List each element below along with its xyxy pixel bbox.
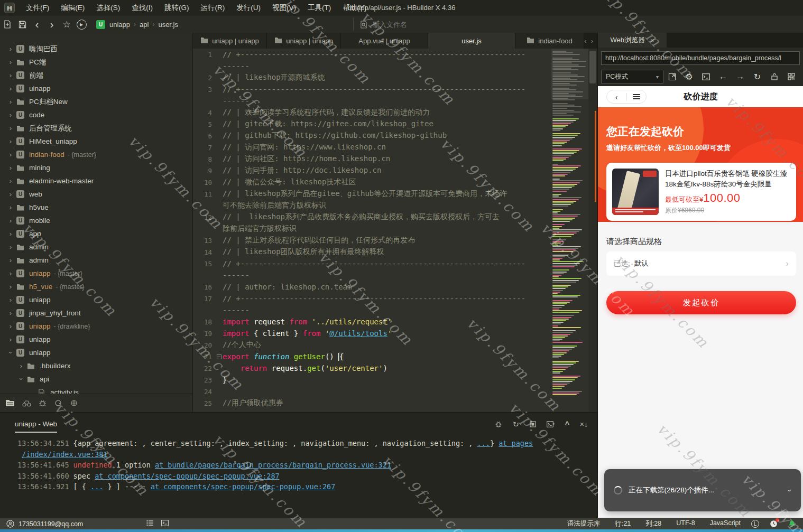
console-clear-icon[interactable]: ×↓ — [580, 420, 588, 428]
account-area[interactable]: 1735031199@qq.com — [6, 520, 83, 528]
new-file-button[interactable] — [0, 17, 15, 31]
tree-item[interactable]: ›Uuniapp — [0, 333, 192, 346]
close-icon[interactable]: × — [650, 36, 654, 44]
menu-item-工具(T)[interactable]: 工具(T) — [302, 0, 337, 16]
log-link[interactable]: /index/index.vue:381 — [22, 450, 108, 459]
editor-tab-uniapp-uniapp[interactable]: uniapp | uniapp — [193, 33, 267, 49]
menu-item-发行(U)[interactable]: 发行(U) — [230, 0, 266, 16]
console-terminal-icon[interactable] — [547, 421, 555, 428]
project-view-icon[interactable] — [5, 399, 15, 407]
debug-bug-icon[interactable] — [39, 399, 47, 407]
back-chevron-icon[interactable]: ‹ — [607, 92, 626, 101]
console-stop-icon[interactable] — [530, 421, 536, 427]
console-restart-icon[interactable]: ↻ — [513, 420, 519, 428]
tree-item[interactable]: ›Umobile — [0, 214, 192, 227]
likeshop-l-icon[interactable]: L — [751, 520, 759, 528]
browser-tab[interactable]: Web浏览器 × — [598, 33, 667, 48]
tree-item[interactable]: activity.js — [0, 386, 192, 394]
open-external-icon[interactable] — [663, 73, 680, 81]
tree-item[interactable]: ›Uapp — [0, 227, 192, 240]
tree-item[interactable]: ›PC端 — [0, 55, 192, 69]
tree-item[interactable]: ›U前端 — [0, 69, 192, 82]
tree-item[interactable]: ›Uuniapp- {drawkline} — [0, 320, 192, 333]
menu-item-运行(R)[interactable]: 运行(R) — [195, 0, 231, 16]
tree-item[interactable]: ›eladmin-web-master — [0, 174, 192, 188]
history-clock-icon[interactable] — [770, 520, 778, 528]
editor-tab-uniapp-uniapp[interactable]: uniapp | uniapp — [267, 33, 341, 49]
editor-tab-App.vue-uniapp[interactable]: App.vue | uniapp — [341, 33, 428, 49]
tree-item[interactable]: ›Uuniapp — [0, 346, 192, 359]
console-collapse-icon[interactable]: ^ — [565, 420, 569, 428]
device-mode-select[interactable]: PC模式 ▾ — [601, 70, 663, 83]
log-link[interactable]: at components/spec-popup/spec-popup.vue:… — [151, 482, 336, 491]
log-link[interactable]: at pages — [499, 439, 533, 447]
tree-item[interactable]: ›admin — [0, 240, 192, 254]
tree-item[interactable]: ›Uweb — [0, 188, 192, 201]
menu-item-帮助(Y)[interactable]: 帮助(Y) — [337, 0, 372, 16]
nav-forward-button[interactable]: › — [44, 17, 59, 31]
tree-item[interactable]: ›admin — [0, 254, 192, 267]
favorite-star-button[interactable]: ☆ — [59, 17, 74, 31]
tree-item[interactable]: ›h5vue — [0, 201, 192, 214]
log-link[interactable]: ... — [90, 482, 103, 491]
tree-item[interactable]: ›.hbuilderx — [0, 359, 192, 372]
log-link[interactable]: at components/spec-popup/spec-popup.vue:… — [95, 472, 280, 480]
breadcrumb-folder[interactable]: api — [140, 21, 149, 29]
tree-item[interactable]: ›PC归档New — [0, 95, 192, 108]
save-button[interactable] — [15, 17, 30, 31]
menu-item-文件(F)[interactable]: 文件(F) — [20, 0, 55, 16]
cloud-globe-icon[interactable] — [70, 399, 78, 407]
minimap[interactable] — [551, 49, 588, 412]
menu-item-查找(I)[interactable]: 查找(I) — [126, 0, 159, 16]
menu-item-编辑(E)[interactable]: 编辑(E) — [55, 0, 90, 16]
menu-item-跳转(G)[interactable]: 跳转(G) — [159, 0, 195, 16]
console-debug-icon[interactable] — [495, 421, 502, 428]
scrollbar-thumb[interactable] — [589, 51, 596, 83]
tree-item[interactable]: ›h5_vue- {master} — [0, 280, 192, 293]
tree-item[interactable]: ›api — [0, 372, 192, 386]
tree-item[interactable]: ›UHiMeet_uniapp — [0, 135, 192, 148]
menu-item-选择(S)[interactable]: 选择(S) — [90, 0, 126, 16]
nav-back-button[interactable]: ‹ — [30, 17, 44, 31]
outline-list-icon[interactable] — [146, 520, 154, 528]
breadcrumb-file[interactable]: user.js — [158, 21, 178, 29]
tree-item[interactable]: ›Ujinpai_yhyl_front — [0, 306, 192, 320]
lock-icon[interactable] — [766, 73, 783, 80]
tree-item[interactable]: ›Ucode — [0, 108, 192, 122]
log-link[interactable]: ... — [477, 439, 490, 447]
run-button[interactable]: ▶ — [74, 17, 89, 31]
tree-item[interactable]: ›后台管理系统 — [0, 122, 192, 135]
console-tab[interactable]: uniapp - Web — [15, 420, 57, 433]
code-editor[interactable]: 1// +-----------------------------------… — [193, 49, 597, 412]
tree-item[interactable]: ›Uuniapp — [0, 293, 192, 306]
browser-back-icon[interactable]: ← — [715, 72, 732, 81]
tab-prev-icon[interactable]: ‹ — [584, 37, 586, 45]
editor-tab-user.js[interactable]: user.js — [428, 33, 515, 49]
sync-refresh-icon[interactable] — [54, 400, 62, 407]
editor-tab-indian-food[interactable]: indian-food — [515, 33, 584, 49]
tree-item[interactable]: ›mining — [0, 161, 192, 174]
chevron-down-icon[interactable]: › — [786, 489, 795, 492]
terminal-icon[interactable] — [161, 520, 169, 528]
product-card[interactable]: 日本进口pilot百乐贵客钢笔 硬橡胶生漆18k金笔fkv-88s莳绘30号金尖… — [606, 163, 796, 221]
tree-item[interactable]: ›Uuinapp — [0, 82, 192, 95]
plugin-download-toast[interactable]: 正在下载第(26/28)个插件... › — [604, 469, 801, 511]
spec-selector[interactable]: 已选: 默认 › — [606, 251, 796, 276]
menu-hamburger-icon[interactable] — [627, 94, 647, 99]
log-link[interactable]: at bundle/pages/bargain_process/bargain_… — [155, 461, 391, 469]
url-input[interactable] — [601, 51, 800, 65]
notification-bell-icon[interactable] — [788, 520, 796, 528]
breadcrumb-project[interactable]: uniapp — [109, 21, 130, 29]
browser-refresh-icon[interactable]: ↻ — [749, 72, 765, 82]
search-binoculars-icon[interactable] — [22, 400, 31, 407]
tree-item[interactable]: ›Uuniapp- {master} — [0, 267, 192, 280]
start-bargain-button[interactable]: 发起砍价 — [606, 291, 796, 314]
menu-item-视图(V)[interactable]: 视图(V) — [266, 0, 302, 16]
settings-gear-icon[interactable]: ⚙ — [680, 72, 697, 82]
file-search-input[interactable] — [372, 20, 430, 29]
devtools-console-icon[interactable] — [698, 73, 715, 80]
browser-forward-icon[interactable]: → — [732, 72, 749, 81]
qr-code-icon[interactable] — [783, 73, 800, 80]
tree-item[interactable]: ›U嗨淘巴西 — [0, 42, 192, 55]
editor-scrollbar[interactable] — [588, 49, 597, 412]
